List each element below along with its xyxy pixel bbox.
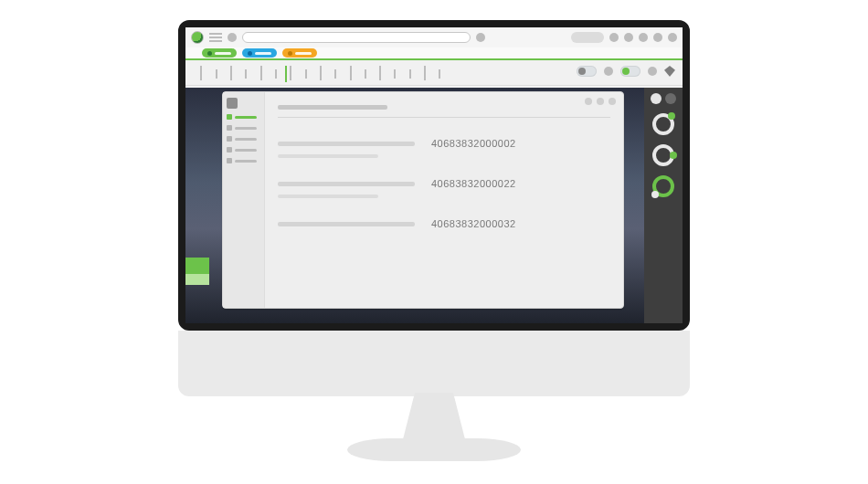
ruler-tick xyxy=(290,66,291,80)
monitor-bezel xyxy=(178,331,690,396)
avatar-icon[interactable] xyxy=(609,33,619,42)
ruler-toggle[interactable] xyxy=(620,66,640,77)
side-marker xyxy=(185,274,209,285)
toolbar-right-group xyxy=(571,32,677,43)
row-value: 40683832000002 xyxy=(431,138,516,149)
screen: 40683832000002 40683832000022 4068383200… xyxy=(185,27,683,323)
timeline-ruler[interactable] xyxy=(185,60,683,86)
ruler-tick xyxy=(365,69,366,79)
avatar-icon[interactable] xyxy=(639,33,648,42)
ruler-tick xyxy=(379,66,381,80)
modal-content: 40683832000002 40683832000022 4068383200… xyxy=(265,92,623,308)
avatar-icon[interactable] xyxy=(668,33,677,42)
ruler-tick xyxy=(409,69,411,79)
row-value: 40683832000032 xyxy=(431,218,516,229)
window-controls[interactable] xyxy=(585,98,616,105)
toolbar-pill[interactable] xyxy=(571,32,604,43)
modal-sidebar xyxy=(223,92,265,308)
toolbar-dot-icon xyxy=(228,33,237,42)
ruler-tick xyxy=(216,69,217,79)
tag-green[interactable] xyxy=(202,48,237,58)
modal-window: 40683832000002 40683832000022 4068383200… xyxy=(222,91,624,309)
monitor-stand-neck xyxy=(402,393,466,443)
avatar-icon[interactable] xyxy=(624,33,633,42)
modal-nav-item[interactable] xyxy=(227,114,260,120)
menu-icon[interactable] xyxy=(209,33,222,42)
right-sidebar xyxy=(644,88,683,323)
modal-nav-item[interactable] xyxy=(227,136,260,142)
row-value: 40683832000022 xyxy=(431,178,516,189)
row-label xyxy=(278,142,415,146)
tag-blue[interactable] xyxy=(242,48,277,58)
rail-mode-dots[interactable] xyxy=(651,93,676,104)
search-input[interactable] xyxy=(242,32,471,43)
ruler-tick xyxy=(230,66,232,80)
modal-nav-item[interactable] xyxy=(227,158,260,163)
ruler-dot-icon xyxy=(604,67,613,76)
data-row: 40683832000032 xyxy=(278,218,610,229)
row-subline xyxy=(278,195,378,198)
ruler-tick xyxy=(275,69,277,79)
ruler-tick xyxy=(350,66,352,80)
ruler-tick xyxy=(200,66,202,80)
ruler-dot-icon xyxy=(648,67,657,76)
monitor-stand-base xyxy=(347,438,521,461)
ruler-tick xyxy=(245,69,247,79)
ruler-tick xyxy=(260,66,262,80)
app-logo-icon xyxy=(191,31,204,44)
ruler-tick xyxy=(334,69,336,79)
ring-button-1[interactable] xyxy=(652,113,674,135)
tag-row xyxy=(185,47,683,60)
data-row: 40683832000022 xyxy=(278,178,610,189)
ruler-toggle[interactable] xyxy=(577,66,597,77)
ring-button-2[interactable] xyxy=(652,144,674,166)
ruler-tick xyxy=(320,66,322,80)
ruler-tick xyxy=(439,69,440,79)
row-label xyxy=(278,182,415,186)
row-subline xyxy=(278,154,378,158)
modal-nav-item[interactable] xyxy=(227,125,260,131)
ruler-tick xyxy=(394,69,396,79)
top-toolbar xyxy=(185,27,683,47)
monitor-frame: 40683832000002 40683832000022 4068383200… xyxy=(178,20,690,331)
location-pin-icon[interactable] xyxy=(664,66,675,77)
row-label xyxy=(278,222,415,226)
modal-title xyxy=(278,105,387,110)
toolbar-dot-icon[interactable] xyxy=(476,33,485,42)
ruler-tick xyxy=(305,69,307,79)
modal-side-header-icon xyxy=(227,98,238,109)
side-marker[interactable] xyxy=(185,258,209,274)
ruler-playhead[interactable] xyxy=(285,66,287,82)
ruler-tick xyxy=(424,66,426,80)
modal-nav-item[interactable] xyxy=(227,147,260,153)
data-row: 40683832000002 xyxy=(278,138,610,149)
ring-button-3[interactable] xyxy=(652,175,674,197)
tag-orange[interactable] xyxy=(282,48,317,58)
avatar-icon[interactable] xyxy=(653,33,662,42)
